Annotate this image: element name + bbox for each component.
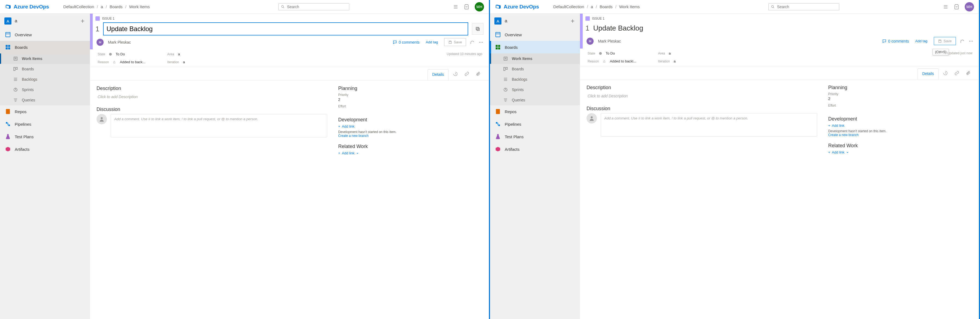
sidebar-item-queries[interactable]: Queries [490,95,580,105]
links-tab-icon[interactable] [952,68,961,78]
sidebar-item-sprints[interactable]: Sprints [490,84,580,95]
refresh-icon[interactable] [960,39,965,44]
comments-button[interactable]: 0 comments [882,39,909,43]
tab-details[interactable]: Details [918,68,939,79]
workitems-icon [503,56,508,61]
comments-button[interactable]: 0 comments [393,40,419,44]
sidebar-item-queries[interactable]: Queries [0,95,90,105]
save-button[interactable]: Save [444,38,466,46]
discussion-avatar [587,113,597,124]
product-logo[interactable]: Azure DevOps [5,3,49,10]
sidebar-item-boards-sub[interactable]: Boards [0,64,90,74]
search-box[interactable] [278,3,349,10]
history-tab-icon[interactable] [941,68,950,78]
area-value[interactable]: a [669,51,671,56]
sidebar-item-sprints[interactable]: Sprints [0,84,90,95]
priority-value[interactable]: 2 [828,97,972,101]
list-icon[interactable] [453,4,458,10]
sidebar-item-repos[interactable]: Repos [490,105,580,118]
add-project-button[interactable]: + [571,17,574,25]
iteration-value[interactable]: a [183,60,185,64]
breadcrumb-item[interactable]: a [590,4,593,9]
sidebar-item-pipelines[interactable]: Pipelines [490,118,580,130]
iteration-value[interactable]: a [674,59,676,63]
state-value[interactable]: To Do [606,51,615,56]
add-tag-button[interactable]: Add tag [913,38,930,44]
sidebar-item-overview[interactable]: Overview [490,29,580,41]
assignee-avatar[interactable]: M [97,39,103,46]
create-branch-link[interactable]: Create a new branch [338,134,482,138]
sidebar-item-testplans[interactable]: Test Plans [490,130,580,143]
development-add-link[interactable]: + Add link [828,124,972,128]
priority-value[interactable]: 2 [338,97,482,102]
comments-count: 0 comments [399,40,419,44]
assignee-name[interactable]: Mark Pleskac [108,40,131,44]
sidebar-item-backlogs[interactable]: Backlogs [0,74,90,84]
sidebar-item-workitems[interactable]: Work Items [0,54,90,64]
product-logo[interactable]: Azure DevOps [495,3,539,10]
sidebar-item-repos[interactable]: Repos [0,105,90,118]
effort-label: Effort [338,105,482,108]
sidebar-item-boards[interactable]: Boards [0,41,90,54]
attachments-tab-icon[interactable] [964,68,973,78]
breadcrumb-item[interactable]: DefaultCollection [63,4,94,9]
save-button[interactable]: Save [934,37,956,45]
add-tag-button[interactable]: Add tag [423,39,441,46]
state-value[interactable]: To Do [116,52,125,56]
related-add-link[interactable]: + Add link [828,150,972,154]
shop-icon[interactable] [954,4,959,10]
breadcrumb-item[interactable]: Work Items [129,4,150,9]
user-avatar[interactable]: MH [965,2,974,11]
development-add-link[interactable]: + Add link [338,124,482,129]
workitem-title[interactable]: Update Backlog [593,22,974,34]
description-field[interactable]: Click to add Description [97,93,327,101]
area-value[interactable]: a [178,52,180,56]
create-branch-link[interactable]: Create a new branch [828,133,972,137]
sidebar-item-artifacts[interactable]: Artifacts [0,143,90,156]
sidebar-item-boards-sub[interactable]: Boards [490,64,580,74]
svg-rect-5 [6,32,10,37]
sidebar-project-header[interactable]: A a + [0,14,90,29]
search-input[interactable] [287,5,347,9]
breadcrumb-item[interactable]: Boards [600,4,613,9]
sidebar-item-testplans[interactable]: Test Plans [0,130,90,143]
svg-point-59 [590,116,592,118]
description-field[interactable]: Click to add Description [587,92,817,100]
search-input[interactable] [777,5,837,9]
save-icon [938,39,942,43]
more-icon[interactable] [479,40,484,45]
more-icon[interactable] [969,39,974,44]
breadcrumb-item[interactable]: Boards [110,4,123,9]
attachments-tab-icon[interactable] [474,69,483,79]
assignee-avatar[interactable]: M [587,38,593,45]
sidebar-item-label: Test Plans [505,135,523,139]
assignee-name[interactable]: Mark Pleskac [598,39,621,43]
breadcrumb-item[interactable]: Work Items [619,4,640,9]
breadcrumb-item[interactable]: a [100,4,103,9]
sidebar-item-overview[interactable]: Overview [0,29,90,41]
add-project-button[interactable]: + [81,17,84,25]
search-box[interactable] [768,3,839,10]
sidebar-item-workitems[interactable]: Work Items [490,54,580,64]
sidebar-item-pipelines[interactable]: Pipelines [0,118,90,130]
sidebar-project-header[interactable]: A a + [490,14,580,29]
breadcrumb-item[interactable]: DefaultCollection [553,4,584,9]
history-tab-icon[interactable] [451,69,460,79]
links-tab-icon[interactable] [462,69,471,79]
user-avatar[interactable]: MH [475,2,484,11]
sidebar-item-artifacts[interactable]: Artifacts [490,143,580,156]
discussion-input[interactable]: Add a comment. Use # to link a work item… [601,113,817,136]
workitem-title-input[interactable] [103,22,468,35]
plus-icon: + [828,150,830,154]
discussion-avatar [97,114,107,124]
sidebar-item-backlogs[interactable]: Backlogs [490,74,580,84]
list-icon[interactable] [943,4,948,10]
related-add-link[interactable]: + Add link [338,151,482,155]
shop-icon[interactable] [464,4,469,10]
refresh-icon[interactable] [470,40,475,45]
discussion-input[interactable]: Add a comment. Use # to link a work item… [111,114,327,137]
tab-details[interactable]: Details [428,69,449,81]
azure-devops-icon [5,3,11,10]
sidebar-item-boards[interactable]: Boards [490,41,580,54]
copy-link-button[interactable] [472,23,484,35]
